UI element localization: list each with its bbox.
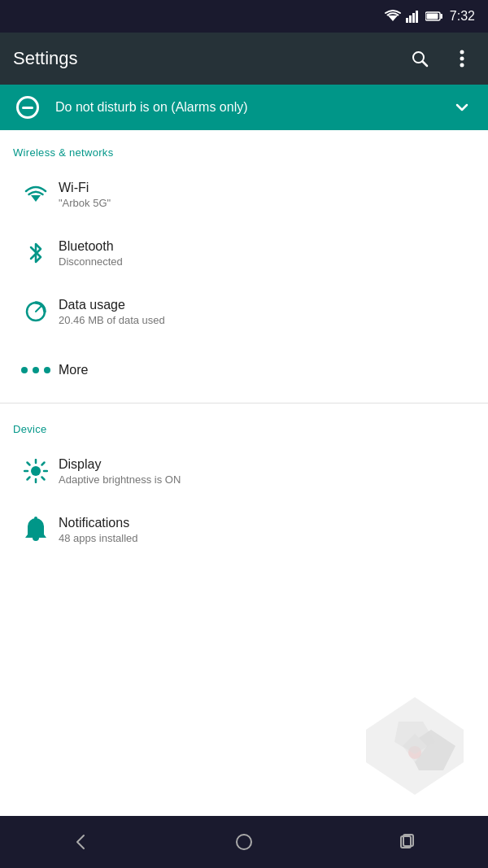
- home-button[interactable]: [220, 826, 268, 858]
- app-bar: Settings: [0, 33, 488, 85]
- recents-button[interactable]: [382, 826, 431, 858]
- svg-marker-31: [403, 734, 427, 762]
- status-bar: 7:32: [0, 0, 488, 33]
- data-usage-text: Data usage 20.46 MB of data used: [59, 298, 475, 326]
- svg-line-27: [28, 478, 30, 480]
- display-setting-item[interactable]: Display Adaptive brightness is ON: [0, 442, 488, 500]
- svg-rect-6: [440, 14, 442, 19]
- notifications-icon: [13, 517, 59, 543]
- svg-point-11: [460, 57, 464, 61]
- bluetooth-icon: [13, 241, 59, 265]
- dnd-icon: [16, 96, 39, 119]
- more-text: More: [59, 363, 475, 377]
- svg-rect-4: [416, 11, 418, 23]
- battery-status-icon: [425, 11, 443, 22]
- svg-line-15: [36, 306, 41, 312]
- search-button[interactable]: [407, 46, 433, 72]
- data-usage-subtitle: 20.46 MB of data used: [59, 314, 475, 326]
- notifications-title: Notifications: [59, 516, 475, 530]
- watermark: [350, 689, 480, 803]
- status-icons: [385, 10, 443, 23]
- notifications-setting-item[interactable]: Notifications 48 apps installed: [0, 500, 488, 559]
- bluetooth-text: Bluetooth Disconnected: [59, 239, 475, 268]
- wifi-text: Wi-Fi "Arbok 5G": [59, 181, 475, 209]
- data-usage-title: Data usage: [59, 298, 475, 312]
- svg-point-32: [408, 746, 421, 759]
- svg-line-24: [28, 463, 30, 465]
- svg-point-19: [31, 466, 41, 476]
- notifications-subtitle: 48 apps installed: [59, 532, 475, 544]
- svg-line-25: [42, 478, 45, 480]
- data-usage-setting-item[interactable]: Data usage 20.46 MB of data used: [0, 282, 488, 341]
- display-subtitle: Adaptive brightness is ON: [59, 473, 475, 486]
- navigation-bar: [0, 816, 488, 868]
- more-title: More: [59, 363, 475, 377]
- svg-rect-7: [426, 14, 438, 20]
- data-usage-icon: [13, 299, 59, 324]
- svg-marker-30: [407, 730, 455, 770]
- status-time: 7:32: [450, 9, 475, 24]
- display-title: Display: [59, 457, 475, 472]
- app-bar-actions: [407, 46, 475, 72]
- more-options-button[interactable]: [449, 46, 475, 72]
- svg-marker-33: [394, 722, 435, 754]
- dnd-text: Do not disturb is on (Alarms only): [55, 100, 436, 115]
- svg-point-10: [460, 50, 464, 55]
- display-icon: [13, 459, 59, 483]
- svg-marker-0: [388, 15, 398, 21]
- back-button[interactable]: [57, 826, 106, 858]
- svg-line-9: [423, 62, 428, 67]
- wifi-title: Wi-Fi: [59, 181, 475, 195]
- svg-marker-13: [31, 195, 41, 202]
- wifi-setting-item[interactable]: Wi-Fi "Arbok 5G": [0, 165, 488, 224]
- bluetooth-subtitle: Disconnected: [59, 255, 475, 268]
- svg-rect-1: [406, 18, 408, 23]
- svg-point-34: [237, 835, 251, 849]
- dnd-chevron-icon[interactable]: [452, 98, 472, 117]
- more-setting-item[interactable]: More: [0, 341, 488, 399]
- display-text: Display Adaptive brightness is ON: [59, 457, 475, 486]
- svg-marker-29: [366, 697, 464, 795]
- dnd-banner[interactable]: Do not disturb is on (Alarms only): [0, 85, 488, 130]
- svg-point-17: [33, 367, 39, 373]
- wifi-subtitle: "Arbok 5G": [59, 197, 475, 209]
- svg-rect-3: [412, 13, 415, 23]
- wifi-status-icon: [385, 10, 401, 23]
- svg-point-12: [460, 63, 464, 68]
- signal-status-icon: [406, 10, 420, 23]
- svg-line-26: [42, 463, 45, 465]
- more-icon: [13, 365, 59, 375]
- wireless-section-header: Wireless & networks: [0, 130, 488, 165]
- svg-point-16: [21, 367, 28, 373]
- section-divider: [0, 403, 488, 403]
- wifi-icon: [13, 184, 59, 205]
- svg-point-18: [44, 367, 50, 373]
- app-bar-title: Settings: [13, 48, 394, 69]
- device-section-header: Device: [0, 407, 488, 442]
- notifications-text: Notifications 48 apps installed: [59, 516, 475, 544]
- bluetooth-setting-item[interactable]: Bluetooth Disconnected: [0, 224, 488, 282]
- svg-rect-2: [409, 15, 412, 23]
- bluetooth-title: Bluetooth: [59, 239, 475, 254]
